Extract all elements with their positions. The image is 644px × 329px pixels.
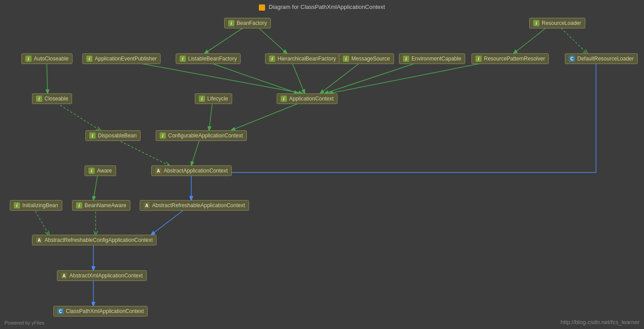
node-label: DisposableBean — [98, 132, 137, 139]
node-label: ClassPathXmlApplicationContext — [66, 308, 144, 314]
node-BeanNameAware[interactable]: i BeanNameAware — [72, 200, 130, 211]
interface-icon: i — [269, 56, 275, 62]
node-ClassPathXmlApplicationContext[interactable]: C ClassPathXmlApplicationContext — [53, 306, 148, 317]
interface-icon: i — [86, 56, 93, 62]
node-label: BeanFactory — [237, 20, 267, 26]
node-InitializingBean[interactable]: i InitializingBean — [10, 200, 62, 211]
abstract-class-icon: A — [61, 273, 67, 279]
svg-line-14 — [113, 138, 169, 165]
node-Closeable[interactable]: i Closeable — [32, 93, 72, 104]
diagram-area: Diagram for ClassPathXmlApplicationConte… — [0, 0, 644, 329]
node-label: MessageSource — [351, 56, 390, 62]
svg-line-0 — [205, 25, 247, 53]
interface-icon: i — [199, 96, 205, 102]
interface-icon: i — [89, 132, 96, 139]
svg-line-15 — [191, 138, 200, 165]
node-HierarchicalBeanFactory[interactable]: i HierarchicalBeanFactory — [265, 53, 340, 64]
svg-line-4 — [47, 61, 48, 93]
node-AbstractApplicationContext[interactable]: A AbstractApplicationContext — [151, 165, 232, 176]
node-label: ListableBeanFactory — [188, 56, 237, 62]
svg-line-5 — [127, 61, 302, 93]
footer-left: Powered by yFiles — [4, 320, 44, 325]
node-label: ApplicationContext — [289, 96, 334, 102]
title-bar: Diagram for ClassPathXmlApplicationConte… — [0, 0, 644, 12]
node-DefaultResourceLoader[interactable]: C DefaultResourceLoader — [565, 53, 638, 64]
node-ResourcePatternResolver[interactable]: i ResourcePatternResolver — [471, 53, 549, 64]
svg-line-2 — [514, 25, 549, 53]
diagram-title: Diagram for ClassPathXmlApplicationConte… — [269, 4, 385, 10]
interface-icon: i — [14, 202, 20, 209]
footer-right: http://blog.csdn.net/fcs_learner — [560, 319, 640, 325]
interface-icon: i — [343, 56, 349, 62]
abstract-class-icon: A — [155, 168, 161, 174]
node-ListableBeanFactory[interactable]: i ListableBeanFactory — [176, 53, 241, 64]
node-MessageSource[interactable]: i MessageSource — [339, 53, 394, 64]
node-AutoCloseable[interactable]: i AutoCloseable — [21, 53, 72, 64]
footer-left-text: Powered by yFiles — [4, 320, 44, 325]
node-Lifecycle[interactable]: i Lifecycle — [195, 93, 232, 104]
class-icon: C — [569, 56, 575, 62]
svg-line-18 — [33, 208, 49, 235]
node-label: InitializingBean — [22, 202, 58, 209]
node-label: HierarchicalBeanFactory — [278, 56, 336, 62]
node-DisposableBean[interactable]: i DisposableBean — [85, 130, 141, 141]
interface-icon: i — [228, 20, 234, 26]
footer-right-text: http://blog.csdn.net/fcs_learner — [560, 319, 640, 325]
interface-icon: i — [36, 96, 42, 102]
svg-line-1 — [256, 25, 287, 53]
node-EnvironmentCapable[interactable]: i EnvironmentCapable — [399, 53, 465, 64]
node-label: Closeable — [44, 96, 68, 102]
node-ConfigurableApplicationContext[interactable]: i ConfigurableApplicationContext — [156, 130, 247, 141]
svg-line-9 — [325, 61, 423, 93]
node-label: ConfigurableApplicationContext — [168, 132, 243, 139]
node-label: AbstractXmlApplicationContext — [69, 273, 143, 279]
node-label: Aware — [97, 168, 112, 174]
class-icon: C — [57, 308, 64, 314]
interface-icon: i — [180, 56, 186, 62]
node-label: AbstractApplicationContext — [164, 168, 228, 174]
node-AbstractRefreshableApplicationContext[interactable]: A AbstractRefreshableApplicationContext — [140, 200, 249, 211]
svg-line-8 — [320, 61, 362, 93]
node-AbstractXmlApplicationContext[interactable]: A AbstractXmlApplicationContext — [57, 270, 147, 281]
svg-line-11 — [53, 101, 100, 130]
interface-icon: i — [76, 202, 82, 209]
node-label: Lifecycle — [207, 96, 228, 102]
node-label: AbstractRefreshableConfigApplicationCont… — [44, 237, 153, 243]
svg-line-6 — [205, 61, 298, 93]
interface-icon: i — [281, 96, 287, 102]
abstract-class-icon: A — [144, 202, 150, 209]
svg-line-7 — [291, 61, 305, 93]
interface-icon: i — [89, 168, 95, 174]
node-label: ApplicationEventPublisher — [95, 56, 157, 62]
title-icon — [259, 4, 265, 11]
node-label: ResourcePatternResolver — [484, 56, 545, 62]
node-label: AutoCloseable — [34, 56, 68, 62]
node-label: BeanNameAware — [85, 202, 126, 209]
interface-icon: i — [533, 20, 539, 26]
svg-line-20 — [151, 208, 187, 235]
node-ApplicationEventPublisher[interactable]: i ApplicationEventPublisher — [82, 53, 161, 64]
svg-line-3 — [558, 25, 587, 53]
interface-icon: i — [475, 56, 482, 62]
node-label: AbstractRefreshableApplicationContext — [152, 202, 245, 209]
node-ApplicationContext[interactable]: i ApplicationContext — [277, 93, 338, 104]
node-label: EnvironmentCapable — [411, 56, 461, 62]
node-BeanFactory[interactable]: i BeanFactory — [224, 18, 271, 28]
svg-line-12 — [209, 101, 213, 130]
abstract-class-icon: A — [36, 237, 42, 243]
node-AbstractRefreshableConfigApplicationContext[interactable]: A AbstractRefreshableConfigApplicationCo… — [32, 235, 157, 245]
svg-line-13 — [231, 101, 305, 130]
node-label: DefaultResourceLoader — [577, 56, 634, 62]
interface-icon: i — [403, 56, 409, 62]
node-ResourceLoader[interactable]: i ResourceLoader — [529, 18, 585, 28]
interface-icon: i — [25, 56, 32, 62]
interface-icon: i — [160, 132, 166, 139]
node-Aware[interactable]: i Aware — [85, 165, 116, 176]
svg-line-10 — [329, 61, 494, 93]
svg-line-16 — [93, 173, 98, 200]
node-label: ResourceLoader — [542, 20, 581, 26]
